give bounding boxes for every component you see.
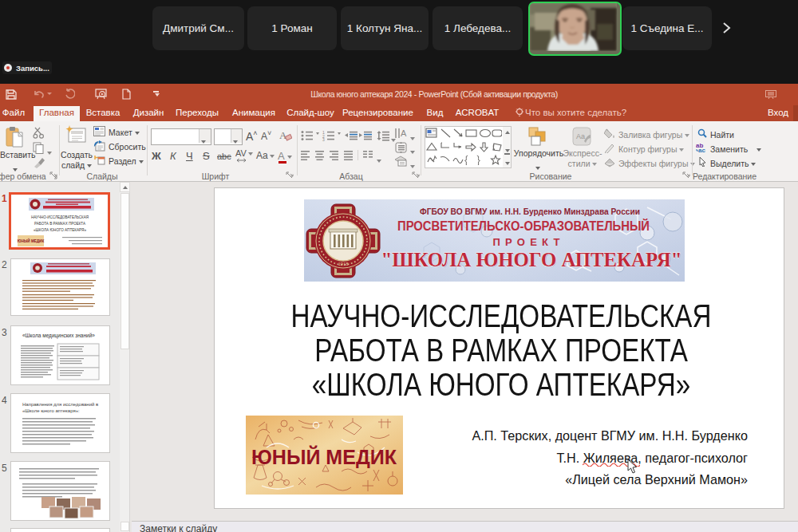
svg-text:ПРОСВЕТИТЕЛЬСКО-ОБРАЗОВАТЕЛЬНЫ: ПРОСВЕТИТЕЛЬСКО-ОБРАЗОВАТЕЛЬНЫЙ [397,219,650,233]
svg-text:ac: ac [698,147,705,153]
svg-text:«Школа медицинских знаний»: «Школа медицинских знаний» [22,333,95,339]
svg-text:«ШКОЛА ЮНОГО АПТЕКАРЯ»: «ШКОЛА ЮНОГО АПТЕКАРЯ» [34,227,86,232]
svg-text:ФГБОУ ВО ВГМУ им. Н.Н. Бурденк: ФГБОУ ВО ВГМУ им. Н.Н. Бурденко Минздрав… [420,207,640,216]
svg-text:ЮНЫЙ МЕДИК: ЮНЫЙ МЕДИК [251,445,397,469]
svg-text:Aa: Aa [576,132,585,140]
svg-text:1918: 1918 [338,261,349,266]
svg-text:РАБОТА В РАМКАХ ПРОЕКТА: РАБОТА В РАМКАХ ПРОЕКТА [34,221,85,226]
svg-text:"ШКОЛА ЮНОГО АПТЕКАРЯ": "ШКОЛА ЮНОГО АПТЕКАРЯ" [381,248,682,271]
svg-text:А: А [401,128,407,138]
svg-text:Направления для исследований в: Направления для исследований в [22,402,98,407]
svg-text:3: 3 [322,137,325,141]
svg-text:ЮНЫЙ МЕДИК: ЮНЫЙ МЕДИК [18,238,45,243]
svg-text:«Школе юного аптекаря»:: «Школе юного аптекаря»: [22,408,80,413]
svg-text:НАУЧНО-ИССЛЕДОВАТЕЛЬСКАЯ: НАУЧНО-ИССЛЕДОВАТЕЛЬСКАЯ [31,215,89,219]
svg-text:ПРОЕКТ: ПРОЕКТ [493,236,566,248]
